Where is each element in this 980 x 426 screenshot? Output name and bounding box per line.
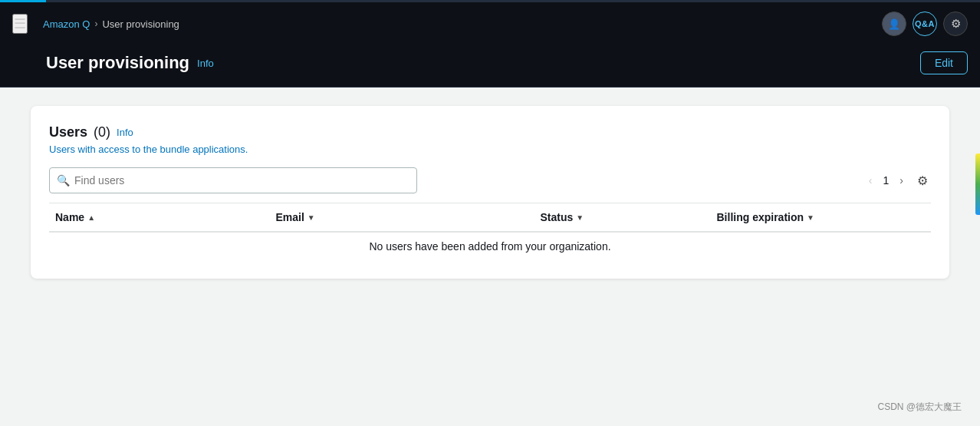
topbar-right: 👤 Q&A ⚙ <box>882 12 968 36</box>
avatar-icon: 👤 <box>888 18 900 30</box>
breadcrumb-current-page: User provisioning <box>102 18 179 30</box>
card-title: Users <box>49 124 87 140</box>
breadcrumb-amazon-q-link[interactable]: Amazon Q <box>43 18 90 30</box>
search-input[interactable] <box>49 167 417 193</box>
empty-table-row: No users have been added from your organ… <box>49 232 931 260</box>
search-row: 🔍 ‹ 1 › ⚙ <box>49 167 931 193</box>
card-header: Users (0) Info Users with access to the … <box>49 124 931 155</box>
sort-icon-billing: ▼ <box>807 213 814 222</box>
users-card: Users (0) Info Users with access to the … <box>31 106 949 279</box>
user-avatar-button[interactable]: 👤 <box>882 12 906 36</box>
sort-icon-email: ▼ <box>307 213 315 222</box>
page-info-link[interactable]: Info <box>197 58 214 69</box>
prev-page-icon: ‹ <box>869 174 873 187</box>
col-header-status[interactable]: Status ▼ <box>534 203 711 233</box>
subheader: User provisioning Info Edit <box>0 45 980 88</box>
settings-topbar-button[interactable]: ⚙ <box>943 12 968 36</box>
q-help-button[interactable]: Q&A <box>913 12 937 36</box>
settings-topbar-icon: ⚙ <box>951 17 961 31</box>
topbar: ☰ Amazon Q › User provisioning 👤 Q&A ⚙ <box>0 2 980 45</box>
main-content: Users (0) Info Users with access to the … <box>0 88 980 297</box>
card-subtitle: Users with access to the bundle applicat… <box>49 144 931 155</box>
right-indicator <box>975 154 980 215</box>
sort-icon-status: ▼ <box>576 213 584 222</box>
search-icon: 🔍 <box>57 174 70 187</box>
footer-watermark: CSDN @德宏大魔王 <box>877 401 962 414</box>
card-title-row: Users (0) Info <box>49 124 931 140</box>
col-header-email[interactable]: Email ▼ <box>270 203 534 233</box>
table-header-row: Name ▲ Email ▼ Status ▼ <box>49 203 931 233</box>
table-settings-button[interactable]: ⚙ <box>914 170 931 191</box>
breadcrumb-separator: › <box>94 18 97 29</box>
edit-button[interactable]: Edit <box>920 51 968 74</box>
page-number: 1 <box>880 174 893 187</box>
hamburger-menu-button[interactable]: ☰ <box>12 14 28 34</box>
table-settings-icon: ⚙ <box>917 174 928 187</box>
prev-page-button[interactable]: ‹ <box>864 171 877 190</box>
card-count: (0) <box>94 124 110 140</box>
topbar-left: ☰ Amazon Q › User provisioning <box>12 14 882 34</box>
next-page-icon: › <box>899 174 903 187</box>
col-header-billing[interactable]: Billing expiration ▼ <box>711 203 932 233</box>
users-table: Name ▲ Email ▼ Status ▼ <box>49 203 931 260</box>
sort-icon-name: ▲ <box>87 213 95 222</box>
breadcrumb: Amazon Q › User provisioning <box>43 18 179 30</box>
empty-message: No users have been added from your organ… <box>49 232 931 260</box>
page-title: User provisioning <box>46 53 189 73</box>
col-header-name[interactable]: Name ▲ <box>49 203 270 233</box>
card-info-link[interactable]: Info <box>117 127 133 138</box>
subheader-title-area: User provisioning Info <box>46 53 214 73</box>
pagination-row: ‹ 1 › ⚙ <box>864 170 931 191</box>
q-icon: Q&A <box>915 19 935 28</box>
next-page-button[interactable]: › <box>895 171 908 190</box>
search-container: 🔍 <box>49 167 417 193</box>
